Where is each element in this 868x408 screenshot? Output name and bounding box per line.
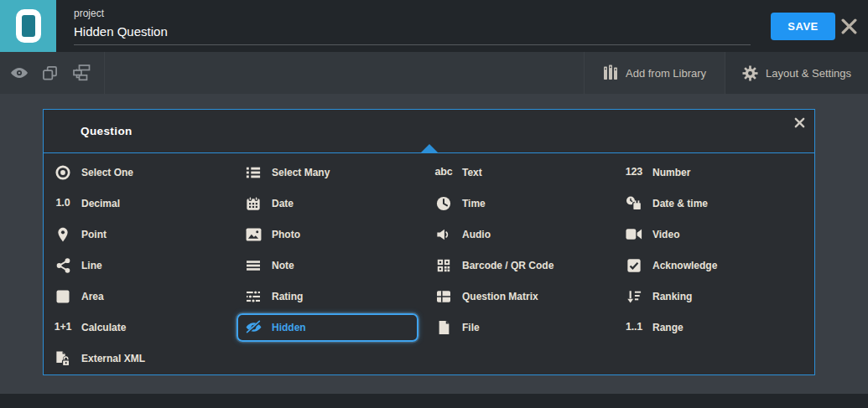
rating-sliders-icon [243,290,263,303]
question-type-select-one[interactable]: Select One [46,157,236,188]
modal-title: Question [81,125,133,137]
file-lock-icon [53,350,73,367]
question-type-label: Hidden [272,322,306,333]
toolbar-spacer [105,52,584,94]
question-type-number[interactable]: 123 Number [617,157,808,188]
question-type-label: Date [272,198,294,209]
question-type-point[interactable]: Point [46,219,236,250]
question-type-date[interactable]: Date [236,188,427,219]
qr-code-icon [434,258,454,273]
question-type-label: Rating [272,291,303,302]
toolbar: Add from Library Layout & Settings [0,52,868,94]
question-type-hidden[interactable]: Hidden [236,313,418,342]
question-type-label: Number [652,167,690,178]
modal-close-icon[interactable] [794,117,805,128]
question-type-label: Barcode / QR Code [462,260,554,271]
question-type-label: Calculate [81,322,126,333]
question-type-date-time[interactable]: Date & time [617,188,808,219]
question-type-modal: Question Select One Select Many abc [43,109,815,375]
toolbar-left-icons [0,52,104,94]
question-type-label: Ranking [652,291,692,302]
question-type-ranking[interactable]: Ranking [617,281,808,312]
question-type-calculate[interactable]: 1+1 Calculate [46,312,236,343]
question-type-label: Photo [272,229,300,240]
library-books-icon [603,65,618,81]
question-type-video[interactable]: Video [617,219,808,250]
question-type-label: Line [81,260,102,271]
map-pin-icon [53,227,73,242]
question-type-label: Select One [81,167,133,178]
close-editor-icon[interactable] [839,17,859,36]
question-type-audio[interactable]: Audio [427,219,617,250]
checkbox-check-icon [624,258,644,273]
question-type-barcode-qr[interactable]: Barcode / QR Code [427,250,617,281]
table-grid-icon [434,290,454,303]
question-type-line[interactable]: Line [46,250,236,281]
question-type-label: Video [652,229,679,240]
add-group-icon[interactable] [71,65,91,81]
question-type-label: Select Many [272,167,330,178]
question-type-range[interactable]: 1..1 Range [617,312,808,343]
question-type-label: Area [81,291,104,302]
layout-settings-label: Layout & Settings [766,67,851,80]
file-icon [434,320,454,335]
123-glyph-icon: 123 [624,167,644,178]
add-from-library-button[interactable]: Add from Library [585,52,725,94]
project-label: project [74,8,751,19]
checklist-icon [243,165,263,180]
calendar-icon [243,196,263,211]
question-type-acknowledge[interactable]: Acknowledge [617,250,808,281]
question-type-label: Acknowledge [652,260,717,271]
clone-icon[interactable] [42,65,58,81]
question-type-label: Point [81,229,107,240]
video-camera-icon [624,228,644,240]
add-from-library-label: Add from Library [626,67,706,80]
header-bar: project Hidden Question SAVE [0,0,868,52]
layout-settings-button[interactable]: Layout & Settings [725,52,868,94]
kobotoolbox-logo[interactable] [0,0,56,52]
gear-icon [742,65,758,81]
question-type-file[interactable]: File [427,312,617,343]
note-lines-icon [243,259,263,272]
question-type-label: Decimal [81,198,120,209]
question-type-label: External XML [81,353,145,364]
question-type-label: File [462,322,480,333]
question-type-external-xml[interactable]: External XML [46,343,236,374]
workspace: Question Select One Select Many abc [0,94,868,394]
kobotoolbox-logo-glyph [16,9,41,43]
question-type-select-many[interactable]: Select Many [236,157,427,188]
abc-glyph-icon: abc [434,167,454,178]
question-type-label: Audio [462,229,491,240]
question-type-text[interactable]: abc Text [427,157,617,188]
preview-eye-icon[interactable] [10,67,29,79]
clock-icon [434,196,454,211]
caret-up [421,144,438,152]
modal-header: Question [44,110,814,153]
question-type-area[interactable]: Area [46,281,236,312]
decimal-glyph-icon: 1.0 [53,198,73,209]
eye-slash-icon [243,320,263,334]
question-type-grid: Select One Select Many abc Text 123 Numb… [44,153,814,374]
question-type-note[interactable]: Note [236,250,427,281]
calendar-clock-icon [624,196,644,211]
question-type-label: Time [462,198,486,209]
save-button[interactable]: SAVE [771,13,835,40]
form-title-input[interactable]: Hidden Question [74,24,751,45]
question-type-time[interactable]: Time [427,188,617,219]
calculate-glyph-icon: 1+1 [53,322,73,333]
question-type-label: Question Matrix [462,291,538,302]
square-icon [53,290,73,303]
sort-ranking-icon [624,289,644,304]
question-type-label: Note [272,260,294,271]
radio-icon [53,165,73,180]
share-nodes-icon [53,258,73,273]
question-type-label: Range [652,322,683,333]
question-type-label: Text [462,167,482,178]
bottom-strip [0,394,868,408]
question-type-decimal[interactable]: 1.0 Decimal [46,188,236,219]
question-type-rating[interactable]: Rating [236,281,427,312]
question-type-label: Date & time [652,198,708,209]
speaker-icon [434,227,454,242]
question-type-photo[interactable]: Photo [236,219,427,250]
question-type-question-matrix[interactable]: Question Matrix [427,281,617,312]
